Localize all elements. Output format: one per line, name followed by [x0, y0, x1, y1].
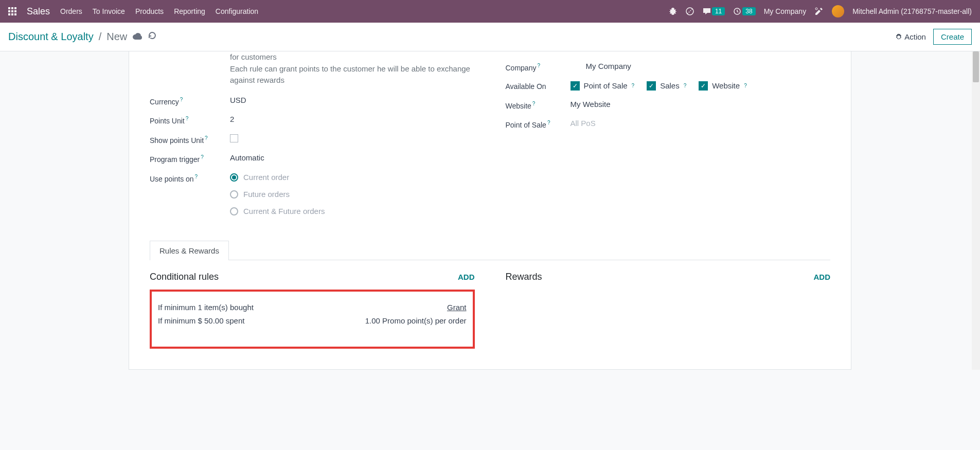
form-left-column: for customers Each rule can grant points… — [150, 51, 475, 225]
help-icon[interactable]: ? — [201, 154, 204, 160]
available-on-label: Available On — [506, 82, 546, 91]
currency-value[interactable]: USD — [230, 96, 475, 104]
use-points-on-radio-group: Current order Future orders Current & Fu… — [230, 173, 475, 215]
nav-to-invoice[interactable]: To Invoice — [93, 7, 125, 15]
action-label: Action — [904, 32, 926, 41]
currency-label: Currency — [150, 97, 179, 105]
radio-current-order[interactable]: Current order — [230, 173, 475, 182]
app-name[interactable]: Sales — [27, 6, 50, 17]
nav-configuration[interactable]: Configuration — [216, 7, 258, 15]
messages-badge: 11 — [712, 7, 725, 15]
rule-condition-1: If minimum 1 item(s) bought — [158, 301, 254, 314]
radio-label: Current & Future orders — [243, 207, 325, 215]
help-icon[interactable]: ? — [537, 63, 540, 68]
available-website-label: Website — [712, 81, 740, 90]
tabs: Rules & Rewards — [150, 240, 830, 260]
help-icon[interactable]: ? — [195, 174, 198, 179]
radio-icon — [230, 190, 238, 199]
breadcrumb: Discount & Loyalty / New — [8, 30, 157, 43]
top-navbar: Sales Orders To Invoice Products Reporti… — [0, 0, 980, 23]
conditional-rules-section: Conditional rules ADD If minimum 1 item(… — [150, 272, 475, 349]
navbar-right: 11 38 My Company Mitchell Admin (2176875… — [669, 5, 972, 17]
available-website-checkbox[interactable]: ✓ — [699, 81, 708, 91]
help-icon[interactable]: ? — [205, 135, 208, 141]
help-icon[interactable]: ? — [684, 83, 687, 88]
rule-card[interactable]: If minimum 1 item(s) bought If minimum $… — [150, 290, 475, 349]
action-dropdown[interactable]: Action — [895, 32, 926, 41]
company-value[interactable]: My Company — [586, 62, 831, 70]
create-button[interactable]: Create — [933, 29, 972, 45]
rule-condition-2: If minimum $ 50.00 spent — [158, 314, 254, 328]
rewards-title: Rewards — [506, 272, 542, 282]
available-sales-label: Sales — [660, 81, 680, 90]
show-points-unit-label: Show points Unit — [150, 136, 204, 144]
bug-icon[interactable] — [669, 7, 677, 15]
scrollbar[interactable] — [972, 51, 980, 370]
help-icon[interactable]: ? — [632, 83, 635, 88]
breadcrumb-parent[interactable]: Discount & Loyalty — [8, 31, 94, 43]
website-label: Website — [506, 101, 531, 110]
gear-icon — [895, 33, 902, 41]
points-unit-label: Points Unit — [150, 117, 185, 125]
nav-orders[interactable]: Orders — [60, 7, 82, 15]
discard-icon[interactable] — [148, 31, 157, 43]
available-pos-checkbox[interactable]: ✓ — [571, 81, 580, 91]
user-name[interactable]: Mitchell Admin (21768757-master-all) — [852, 7, 972, 15]
help-icon[interactable]: ? — [180, 97, 183, 102]
user-avatar[interactable] — [832, 5, 844, 17]
radio-future-orders[interactable]: Future orders — [230, 190, 475, 199]
messages-icon[interactable]: 11 — [703, 7, 725, 15]
show-points-unit-checkbox[interactable] — [230, 134, 238, 142]
apps-icon[interactable] — [8, 7, 16, 15]
help-icon[interactable]: ? — [186, 116, 189, 121]
support-icon[interactable] — [685, 7, 694, 16]
add-rule-button[interactable]: ADD — [458, 273, 475, 281]
help-icon[interactable]: ? — [532, 101, 536, 106]
rule-grant-label: Grant — [365, 301, 467, 314]
company-label: Company — [506, 64, 537, 72]
available-sales-checkbox[interactable]: ✓ — [647, 81, 656, 91]
pos-value[interactable]: All PoS — [571, 119, 831, 128]
rewards-section: Rewards ADD — [506, 272, 831, 349]
rule-grant-value: 1.00 Promo point(s) per order — [365, 314, 467, 328]
help-text-2: Each rule can grant points to the custom… — [230, 63, 475, 86]
tools-icon[interactable] — [814, 7, 824, 16]
help-icon[interactable]: ? — [547, 120, 550, 125]
pos-label: Point of Sale — [506, 121, 546, 129]
add-reward-button[interactable]: ADD — [814, 273, 831, 281]
radio-icon — [230, 173, 238, 182]
points-unit-value[interactable]: 2 — [230, 115, 475, 123]
breadcrumb-current: New — [106, 31, 127, 43]
conditional-rules-title: Conditional rules — [150, 272, 219, 282]
activities-badge: 38 — [742, 7, 755, 15]
company-switcher[interactable]: My Company — [764, 7, 806, 15]
use-points-on-label: Use points on — [150, 175, 194, 183]
form-view: for customers Each rule can grant points… — [129, 51, 851, 370]
scrollbar-thumb[interactable] — [973, 51, 979, 82]
radio-label: Future orders — [243, 190, 290, 199]
breadcrumb-bar: Discount & Loyalty / New Action Create — [0, 23, 980, 51]
navbar-left: Sales Orders To Invoice Products Reporti… — [8, 6, 258, 17]
svg-point-2 — [815, 8, 817, 10]
cloud-save-icon[interactable] — [132, 30, 142, 43]
radio-current-future-orders[interactable]: Current & Future orders — [230, 207, 475, 215]
radio-label: Current order — [243, 173, 289, 182]
nav-products[interactable]: Products — [135, 7, 164, 15]
radio-icon — [230, 207, 238, 215]
breadcrumb-separator: / — [99, 31, 102, 43]
tab-rules-rewards[interactable]: Rules & Rewards — [150, 241, 229, 260]
breadcrumb-actions: Action Create — [895, 29, 972, 45]
available-pos-label: Point of Sale — [584, 81, 628, 90]
help-text-1: for customers — [230, 51, 475, 63]
program-trigger-label: Program trigger — [150, 155, 200, 164]
nav-reporting[interactable]: Reporting — [174, 7, 205, 15]
help-icon[interactable]: ? — [744, 83, 747, 88]
website-value[interactable]: My Website — [571, 100, 831, 109]
program-trigger-value[interactable]: Automatic — [230, 153, 475, 162]
activities-icon[interactable]: 38 — [733, 7, 755, 15]
form-right-column: Company? My Company Available On ✓ Point… — [506, 51, 831, 225]
